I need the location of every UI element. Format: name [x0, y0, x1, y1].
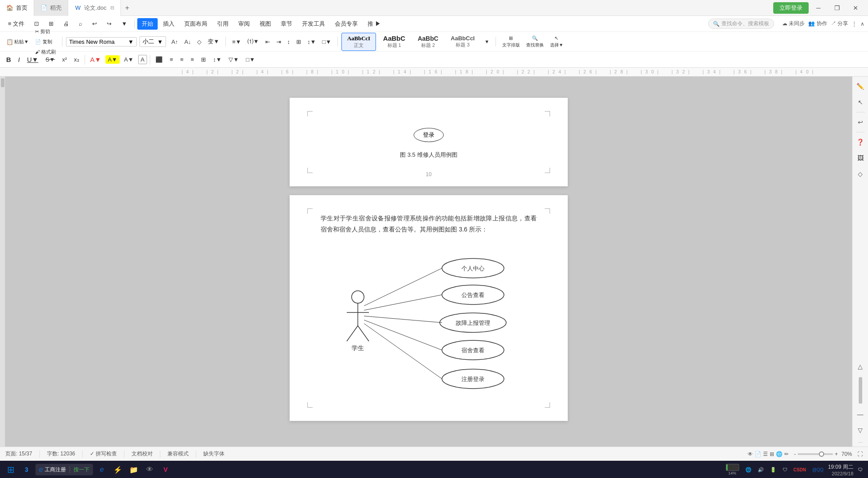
menu-undo[interactable]: ↩	[88, 19, 101, 29]
taskbar-vip[interactable]: V	[159, 463, 173, 477]
zoom-slider-thumb[interactable]	[819, 451, 824, 457]
zoom-slider[interactable]	[798, 453, 833, 455]
sort-button[interactable]: ↕	[285, 37, 293, 46]
strikethrough-button[interactable]: S▼	[43, 55, 58, 64]
menu-more[interactable]: ▼	[117, 19, 132, 29]
minimize-button[interactable]: ─	[810, 0, 827, 16]
transform-button[interactable]: 变▼	[205, 36, 222, 47]
border-button[interactable]: □▼	[319, 37, 334, 46]
menu-view[interactable]: 视图	[255, 18, 275, 30]
underline-button[interactable]: U▼	[24, 54, 41, 65]
sidebar-help-icon[interactable]: ❓	[854, 136, 867, 148]
tray-csdn[interactable]: CSDN	[792, 466, 808, 473]
search-box[interactable]: 🔍 查找命令、搜索模板	[708, 19, 774, 29]
style-dropdown-button[interactable]: ▼	[482, 38, 492, 46]
tray-notification[interactable]: 🗨	[856, 466, 864, 473]
align-left-button[interactable]: ⬛	[153, 55, 165, 64]
tab-home[interactable]: 🏠 首页	[0, 0, 34, 16]
tab-draft[interactable]: 📄 稻壳	[34, 0, 68, 16]
superscript-button[interactable]: x²	[59, 55, 70, 64]
menu-ref[interactable]: 引用	[213, 18, 233, 30]
menu-search-icon[interactable]: ⌕	[74, 19, 87, 29]
menu-review[interactable]: 审阅	[234, 18, 254, 30]
align-justify-button[interactable]: ≡	[188, 55, 197, 64]
zoom-out-button[interactable]: -	[794, 451, 796, 457]
tab-doc[interactable]: W 论文.doc ⊟	[68, 0, 121, 16]
taskbar-app1[interactable]: 👁	[143, 463, 157, 477]
line-spacing-button[interactable]: ↕▼	[210, 55, 224, 64]
menu-layout[interactable]: 页面布局	[180, 18, 212, 30]
tray-battery[interactable]: 🔋	[768, 466, 778, 474]
web-view-icon[interactable]: 🌐	[776, 451, 783, 457]
more-icon[interactable]: ⋮	[852, 21, 857, 27]
taskbar-browser[interactable]: ⚡	[111, 463, 125, 477]
shading-button[interactable]: ▽▼	[226, 55, 241, 64]
border-button-2[interactable]: □▼	[243, 55, 258, 64]
text-bg-button[interactable]: A▼	[121, 55, 136, 64]
menu-print-icon[interactable]: 🖨	[59, 19, 74, 29]
font-selector[interactable]: Times New Roma ▼	[66, 37, 137, 46]
shrink-font-button[interactable]: A↓	[182, 37, 194, 46]
menu-chapter[interactable]: 章节	[276, 18, 297, 30]
copy-button[interactable]: 📄 复制	[32, 37, 58, 46]
zoom-in-button[interactable]: +	[835, 451, 838, 457]
increase-indent-button[interactable]: ⇥	[274, 37, 284, 46]
align-center-button[interactable]: ≡	[167, 55, 176, 64]
add-tab-button[interactable]: +	[121, 4, 134, 12]
tray-qq[interactable]: @QQ	[810, 466, 825, 473]
share-icon[interactable]: ↗ 分享	[831, 20, 848, 27]
cut-button[interactable]: ✂ 剪切	[32, 27, 58, 36]
taskbar-ie2[interactable]: e	[95, 463, 109, 477]
grow-font-button[interactable]: A↑	[169, 37, 181, 46]
menu-vip[interactable]: 会员专享	[330, 18, 362, 30]
taskbar-search[interactable]: e 工商注册 搜一下	[35, 464, 93, 475]
decrease-indent-button[interactable]: ⇤	[263, 37, 273, 46]
vscroll-thumb[interactable]	[859, 377, 862, 404]
start-button[interactable]: ⊞	[4, 463, 18, 477]
restore-button[interactable]: ❐	[828, 0, 846, 16]
sidebar-scroll-up[interactable]: △	[854, 360, 867, 373]
style-h3[interactable]: AaBbCcI 标题 3	[446, 33, 480, 50]
menu-start[interactable]: 开始	[137, 18, 158, 30]
sync-icon[interactable]: ☁ 未同步	[782, 20, 805, 27]
column-button[interactable]: ⊞	[294, 37, 304, 46]
font-color-button[interactable]: A▼	[88, 54, 104, 65]
find-replace-button[interactable]: 🔍查找替换	[523, 34, 546, 50]
align-right-button[interactable]: ≡	[178, 55, 186, 64]
sidebar-scroll-down[interactable]: ▽	[854, 424, 867, 436]
two-col-button[interactable]: ⊞	[198, 55, 209, 64]
doc-verify[interactable]: 文档校对	[132, 450, 153, 458]
sidebar-edit-icon[interactable]: ✏️	[854, 80, 867, 93]
menu-push[interactable]: 推 ▶	[363, 18, 385, 30]
search-btn[interactable]: 搜一下	[74, 466, 89, 474]
missing-font[interactable]: 缺失字体	[203, 450, 225, 458]
para-spacing-button[interactable]: ↕▼	[305, 37, 318, 46]
login-button[interactable]: 立即登录	[773, 2, 809, 14]
bullet-list-button[interactable]: ≡▼	[229, 37, 244, 46]
sidebar-scroll-mid[interactable]: —	[854, 408, 867, 420]
grid-view-icon[interactable]: ⊞	[770, 451, 774, 457]
word-count[interactable]: 字数: 12036	[47, 450, 75, 458]
sidebar-cursor-icon[interactable]: ↖	[854, 96, 867, 108]
sidebar-more-icon[interactable]: ⋯	[858, 440, 863, 445]
sidebar-star-icon[interactable]: ◇	[854, 168, 867, 180]
annotate-icon[interactable]: ✏	[784, 451, 789, 457]
subscript-button[interactable]: x₂	[71, 55, 82, 64]
style-h2[interactable]: AaBbC 标题 2	[412, 33, 444, 50]
doc-view-icon[interactable]: 📄	[755, 451, 761, 457]
taskbar-folder[interactable]: 📁	[127, 463, 141, 477]
menu-redo[interactable]: ↪	[102, 19, 116, 29]
page-count[interactable]: 页面: 15/37	[5, 450, 32, 458]
taskbar-360[interactable]: 3	[19, 463, 34, 477]
menu-dev[interactable]: 开发工具	[298, 18, 329, 30]
list-view-icon[interactable]: ☰	[763, 451, 768, 457]
style-h1[interactable]: AaBbC 标题 1	[378, 33, 411, 50]
bold-button[interactable]: B	[4, 54, 14, 65]
tray-cpu[interactable]: 14%	[724, 463, 741, 476]
left-scroll-thumb[interactable]	[1, 78, 4, 87]
numbered-list-button[interactable]: ⑴▼	[245, 36, 262, 47]
collapse-icon[interactable]: ∧	[860, 21, 864, 27]
sidebar-image-icon[interactable]: 🖼	[854, 152, 867, 164]
compat-mode[interactable]: 兼容模式	[167, 450, 189, 458]
menu-insert[interactable]: 插入	[159, 18, 179, 30]
